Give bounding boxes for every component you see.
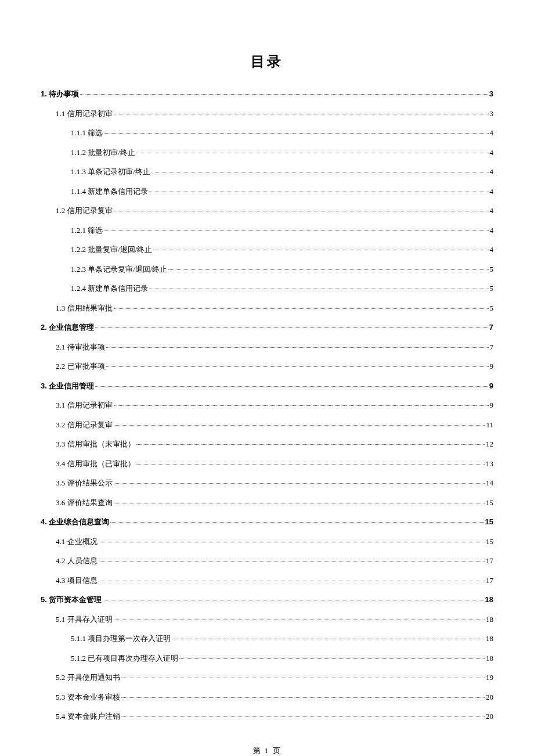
toc-entry-page: 4 <box>490 127 494 139</box>
toc-entry[interactable]: 1.2.3 单条记录复审/退回/终止5 <box>41 264 493 275</box>
toc-entry-label: 1.2.3 单条记录复审/退回/终止 <box>71 264 167 275</box>
toc-entry[interactable]: 5.1 开具存入证明18 <box>41 614 493 625</box>
toc-entry-label: 1.1 信用记录初审 <box>56 108 113 120</box>
toc-entry[interactable]: 5. 货币资本金管理18 <box>41 594 493 606</box>
toc-leader <box>114 620 485 620</box>
toc-entry[interactable]: 5.4 资本金账户注销20 <box>41 711 493 722</box>
toc-entry-label: 5.1.2 已有项目再次办理存入证明 <box>71 653 178 664</box>
toc-entry[interactable]: 2.2 已审批事项9 <box>41 361 493 372</box>
toc-entry[interactable]: 3.1 信用记录初审9 <box>41 399 493 411</box>
toc-entry[interactable]: 5.1.2 已有项目再次办理存入证明18 <box>41 653 493 664</box>
toc-entry-label: 5.4 资本金账户注销 <box>56 711 120 722</box>
toc-entry[interactable]: 1.1.2 批量初审/终止4 <box>41 147 493 159</box>
toc-leader <box>114 483 485 484</box>
toc-leader <box>80 94 488 95</box>
toc-entry-label: 4.3 项目信息 <box>56 575 98 586</box>
toc-entry-page: 18 <box>486 614 493 625</box>
toc-entry[interactable]: 4. 企业综合信息查询15 <box>41 516 493 528</box>
toc-entry[interactable]: 4.1 企业概况15 <box>41 536 493 548</box>
toc-entry[interactable]: 1.2.2 批量复审/退回/终止4 <box>41 244 493 255</box>
toc-entry-label: 3.2 信用记录复审 <box>56 419 113 431</box>
toc-entry-page: 18 <box>485 594 493 606</box>
toc-leader <box>106 366 489 367</box>
toc-entry[interactable]: 5.1.1 项目办理第一次存入证明18 <box>41 633 493 645</box>
toc-entry-page: 19 <box>486 672 493 683</box>
toc-entry[interactable]: 5.3 资本金业务审核20 <box>41 692 493 703</box>
toc-leader <box>95 386 488 387</box>
toc-entry-label: 1.1.1 筛选 <box>71 127 103 139</box>
toc-entry-label: 1. 待办事项 <box>41 88 79 100</box>
toc-entry-label: 5.2 开具使用通知书 <box>56 672 120 683</box>
toc-entry-label: 3.5 评价结果公示 <box>56 477 113 489</box>
toc-entry-page: 9 <box>490 399 494 411</box>
toc-leader <box>114 405 489 406</box>
toc-entry-page: 15 <box>486 497 493 509</box>
toc-entry[interactable]: 1.1 信用记录初审3 <box>41 108 493 120</box>
toc-entry[interactable]: 1.1.3 单条记录初审/终止4 <box>41 166 493 178</box>
toc-entry[interactable]: 1.3 信用结果审批5 <box>41 303 493 314</box>
toc-entry[interactable]: 2.1 待审批事项7 <box>41 341 493 353</box>
toc-leader <box>114 211 489 211</box>
toc-leader <box>179 658 485 659</box>
toc-leader <box>99 561 485 561</box>
toc-entry-label: 3.4 信用审批（已审批） <box>56 458 135 470</box>
toc-entry[interactable]: 1.1.4 新建单条信用记录4 <box>41 186 493 197</box>
toc-entry[interactable]: 1.1.1 筛选4 <box>41 127 493 139</box>
toc-entry-page: 11 <box>486 419 493 431</box>
toc-entry[interactable]: 4.2 人员信息17 <box>41 555 493 567</box>
toc-list: 1. 待办事项31.1 信用记录初审31.1.1 筛选41.1.2 批量初审/终… <box>41 88 493 722</box>
toc-entry-label: 4.1 企业概况 <box>56 536 98 548</box>
toc-entry-page: 13 <box>486 458 493 470</box>
page-footer: 第 1 页 <box>41 746 493 756</box>
toc-leader <box>95 327 488 328</box>
toc-leader <box>104 133 488 134</box>
toc-entry-page: 7 <box>489 322 493 333</box>
toc-entry[interactable]: 4.3 项目信息17 <box>41 575 493 586</box>
toc-entry-page: 5 <box>490 283 494 294</box>
toc-leader <box>136 153 489 153</box>
toc-entry-page: 17 <box>486 575 493 586</box>
toc-leader <box>151 172 489 172</box>
toc-leader <box>149 192 488 192</box>
toc-leader <box>114 425 485 426</box>
toc-leader <box>168 269 488 270</box>
toc-entry-label: 5. 货币资本金管理 <box>41 594 102 606</box>
toc-entry[interactable]: 2. 企业信息管理7 <box>41 322 493 333</box>
toc-leader <box>153 250 488 250</box>
toc-entry[interactable]: 3.2 信用记录复审11 <box>41 419 493 431</box>
toc-entry-page: 18 <box>486 653 493 664</box>
toc-entry[interactable]: 3. 企业信用管理9 <box>41 380 493 392</box>
toc-entry-page: 7 <box>490 341 494 353</box>
toc-entry-label: 1.3 信用结果审批 <box>56 303 113 314</box>
toc-leader <box>114 503 485 503</box>
toc-leader <box>136 464 485 465</box>
toc-entry-page: 5 <box>490 303 494 314</box>
toc-leader <box>104 231 488 231</box>
toc-entry-page: 5 <box>490 264 494 275</box>
toc-entry[interactable]: 1.2 信用记录复审4 <box>41 205 493 217</box>
toc-entry[interactable]: 3.6 评价结果查询15 <box>41 497 493 509</box>
toc-entry-page: 3 <box>490 108 494 120</box>
toc-entry[interactable]: 5.2 开具使用通知书19 <box>41 672 493 683</box>
toc-entry[interactable]: 3.3 信用审批（未审批）12 <box>41 438 493 450</box>
toc-leader <box>110 522 484 523</box>
toc-entry-page: 20 <box>486 692 493 703</box>
toc-entry[interactable]: 1. 待办事项3 <box>41 88 493 100</box>
toc-entry-page: 12 <box>486 438 493 450</box>
toc-entry-label: 1.2 信用记录复审 <box>56 205 113 217</box>
toc-entry-label: 5.1 开具存入证明 <box>56 614 113 625</box>
toc-entry-label: 1.2.4 新建单条信用记录 <box>71 283 148 294</box>
toc-leader <box>172 639 485 639</box>
toc-entry-label: 1.1.2 批量初审/终止 <box>71 147 135 159</box>
toc-leader <box>99 542 485 542</box>
toc-entry-page: 4 <box>490 166 494 178</box>
toc-entry[interactable]: 3.4 信用审批（已审批）13 <box>41 458 493 470</box>
toc-entry-label: 1.2.2 批量复审/退回/终止 <box>71 244 152 255</box>
toc-entry-label: 3.3 信用审批（未审批） <box>56 438 135 450</box>
toc-entry[interactable]: 1.2.4 新建单条信用记录5 <box>41 283 493 294</box>
toc-entry-label: 3.6 评价结果查询 <box>56 497 113 509</box>
toc-entry[interactable]: 3.5 评价结果公示14 <box>41 477 493 489</box>
toc-entry-label: 3.1 信用记录初审 <box>56 399 113 411</box>
toc-entry[interactable]: 1.2.1 筛选4 <box>41 225 493 236</box>
toc-entry-label: 5.3 资本金业务审核 <box>56 692 120 703</box>
